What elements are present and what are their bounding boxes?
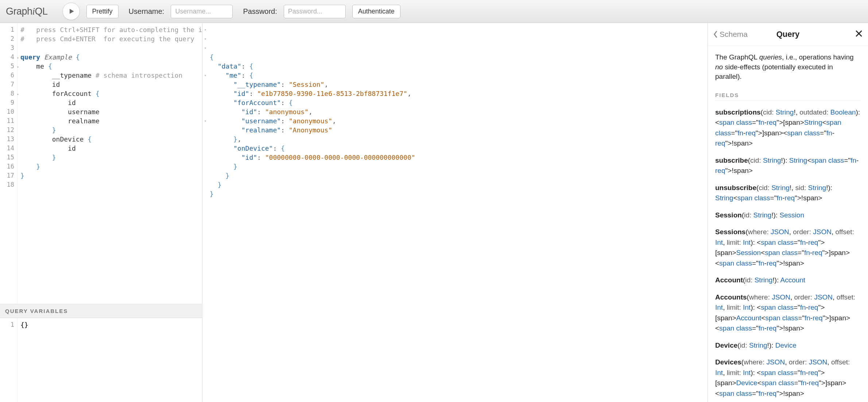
result-pane[interactable]: ▾▾▾ ▾ ▾ { "data": { "me": { "__typename"… bbox=[202, 23, 708, 402]
execute-button[interactable] bbox=[62, 3, 80, 20]
docs-field-item[interactable]: Devices(where: JSON, order: JSON, offset… bbox=[715, 357, 861, 399]
docs-back-button[interactable]: Schema bbox=[713, 30, 748, 39]
docs-fields-label: FIELDS bbox=[715, 92, 861, 101]
close-icon bbox=[855, 30, 863, 38]
editor-code[interactable]: # press Ctrl+SHIFT for auto-completing t… bbox=[18, 23, 202, 304]
docs-field-item[interactable]: Device(id: String!): Device bbox=[715, 340, 861, 351]
password-label: Password: bbox=[243, 7, 277, 16]
username-input[interactable] bbox=[171, 5, 233, 18]
docs-description: The GraphQL queries, i.e., operations ha… bbox=[715, 53, 861, 82]
docs-body[interactable]: The GraphQL queries, i.e., operations ha… bbox=[708, 46, 868, 402]
query-variables-header[interactable]: QUERY VARIABLES bbox=[0, 304, 202, 318]
docs-field-item[interactable]: Accounts(where: JSON, order: JSON, offse… bbox=[715, 292, 861, 334]
docs-header: Schema Query bbox=[708, 23, 868, 46]
docs-field-item[interactable]: Sessions(where: JSON, order: JSON, offse… bbox=[715, 227, 861, 268]
docs-field-item[interactable]: subscribe(cid: String!): String<span cla… bbox=[715, 155, 861, 176]
play-icon bbox=[68, 8, 75, 15]
result-code: { "data": { "me": { "__typename": "Sessi… bbox=[210, 53, 705, 198]
authenticate-button[interactable]: Authenticate bbox=[352, 5, 400, 18]
prettify-button[interactable]: Prettify bbox=[86, 5, 119, 18]
docs-field-item[interactable]: unsubscribe(cid: String!, sid: String!):… bbox=[715, 183, 861, 204]
result-fold-gutter: ▾▾▾ ▾ ▾ bbox=[203, 25, 208, 171]
docs-field-item[interactable]: Account(id: String!): Account bbox=[715, 275, 861, 286]
query-editor[interactable]: 123456789101112131415161718 # press Ctrl… bbox=[0, 23, 202, 304]
vars-gutter: 1 bbox=[0, 318, 18, 402]
editor-gutter: 123456789101112131415161718 bbox=[0, 23, 18, 304]
main-area: 123456789101112131415161718 # press Ctrl… bbox=[0, 23, 868, 402]
docs-panel: Schema Query The GraphQL queries, i.e., … bbox=[708, 23, 868, 402]
docs-fields-list: subscriptions(cid: String!, outdated: Bo… bbox=[715, 107, 861, 402]
app-logo: GraphiQL bbox=[6, 6, 48, 17]
chevron-left-icon bbox=[713, 30, 718, 38]
docs-close-button[interactable] bbox=[855, 30, 863, 39]
query-column: 123456789101112131415161718 # press Ctrl… bbox=[0, 23, 202, 402]
toolbar: GraphiQL Prettify Username: Password: Au… bbox=[0, 0, 868, 23]
username-label: Username: bbox=[129, 7, 164, 16]
query-variables-editor[interactable]: 1 {} bbox=[0, 318, 202, 402]
vars-code[interactable]: {} bbox=[18, 318, 202, 402]
docs-field-item[interactable]: subscriptions(cid: String!, outdated: Bo… bbox=[715, 107, 861, 149]
docs-field-item[interactable]: Session(id: String!): Session bbox=[715, 210, 861, 221]
docs-title: Query bbox=[776, 30, 800, 39]
password-input[interactable] bbox=[284, 5, 346, 18]
